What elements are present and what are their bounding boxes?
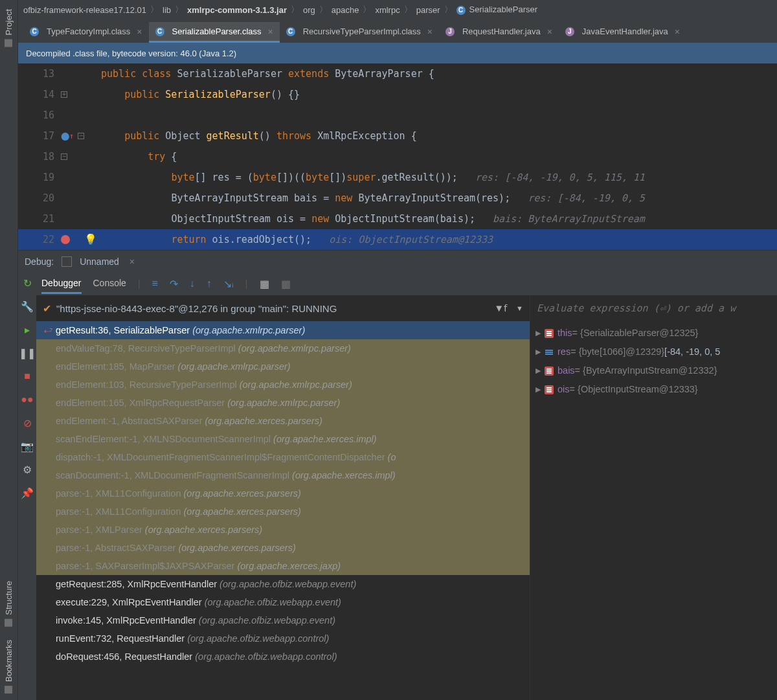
stack-frame[interactable]: endElement:103, RecursiveTypeParserImpl … — [36, 376, 530, 394]
fold-icon[interactable]: + — [61, 91, 67, 98]
settings-icon[interactable]: ⚙ — [21, 464, 33, 475]
override-icon[interactable]: ⬤ — [61, 126, 69, 146]
trace-icon[interactable]: ▦ — [281, 278, 291, 290]
mute-breakpoints-icon[interactable]: ⊘ — [21, 417, 33, 429]
close-icon[interactable]: × — [427, 27, 433, 37]
check-icon: ✔ — [43, 302, 51, 315]
show-exec-point-icon[interactable]: ≡ — [152, 278, 158, 289]
editor-tab[interactable]: JJavaEventHandler.java× — [559, 22, 686, 43]
stack-frame[interactable]: runEvent:732, RequestHandler (org.apache… — [36, 629, 530, 648]
console-tab[interactable]: Console — [93, 274, 126, 294]
resume-icon[interactable]: ▸ — [21, 324, 33, 335]
line-number: 21 — [18, 209, 58, 229]
step-over-icon[interactable]: ↷ — [170, 278, 178, 290]
breadcrumb-item[interactable]: lib — [163, 5, 171, 15]
project-tool-tab[interactable]: Project — [1, 3, 16, 53]
fold-icon[interactable]: − — [78, 133, 84, 139]
stack-frame[interactable]: parse:-1, SAXParserImpl$JAXPSAXParser (o… — [36, 557, 530, 575]
dropdown-icon[interactable]: ▼ — [516, 304, 523, 312]
breadcrumb-item[interactable]: xmlrpc-common-3.1.3.jar — [187, 5, 287, 15]
structure-tool-tab[interactable]: Structure — [1, 574, 16, 633]
close-icon[interactable]: × — [675, 27, 680, 37]
line-number: 18 — [18, 146, 58, 167]
stack-frame[interactable]: parse:-1, XML11Configuration (org.apache… — [36, 502, 530, 521]
breadcrumb-item[interactable]: org — [303, 5, 315, 15]
breadcrumb-item[interactable]: CSerializableParser — [456, 5, 538, 15]
step-into-icon[interactable]: ↓ — [190, 278, 195, 289]
stack-frame[interactable]: endElement:165, XmlRpcRequestParser (org… — [36, 394, 530, 412]
stack-frame[interactable]: ⮐getResult:36, SerializableParser (org.a… — [36, 321, 530, 339]
breakpoint-icon[interactable] — [61, 235, 70, 244]
editor-tab[interactable]: CTypeFactoryImpl.class× — [23, 22, 149, 43]
line-number: 22 — [18, 229, 58, 250]
lightbulb-icon[interactable]: 💡 — [84, 229, 97, 250]
filter-icon[interactable]: ▼𝖿 — [494, 302, 507, 314]
variable-row[interactable]: ▶bais = {ByteArrayInputStream@12332} — [530, 361, 777, 380]
variable-row[interactable]: ▶this = {SerializableParser@12325} — [530, 324, 777, 343]
expand-icon[interactable]: ▶ — [535, 361, 541, 380]
editor-tab[interactable]: JRequestHandler.java× — [439, 22, 559, 43]
variable-row[interactable]: ▶res = {byte[1066]@12329} [-84, -19, 0, … — [530, 343, 777, 361]
debug-label: Debug: — [25, 256, 54, 267]
stack-frame[interactable]: parse:-1, AbstractSAXParser (org.apache.… — [36, 539, 530, 557]
view-breakpoints-icon[interactable]: ●● — [21, 394, 33, 405]
rerun-icon[interactable]: ↻ — [21, 277, 33, 289]
camera-icon[interactable]: 📷 — [21, 440, 33, 452]
stop-icon[interactable]: ■ — [21, 370, 33, 382]
thread-label[interactable]: "https-jsse-nio-8443-exec-8"@12,276 in g… — [56, 303, 337, 314]
line-number: 20 — [18, 188, 58, 209]
run-to-cursor-icon[interactable]: ↘ᵢ — [223, 278, 234, 290]
class-icon: C — [286, 27, 295, 36]
expand-icon[interactable]: ▶ — [535, 324, 541, 343]
class-icon: C — [155, 27, 164, 36]
pin-icon[interactable]: 📌 — [21, 487, 33, 499]
arrow-up-icon: ↑ — [69, 126, 74, 146]
stack-frame[interactable]: execute:229, XmlRpcEventHandler (org.apa… — [36, 593, 530, 611]
stack-frame[interactable]: dispatch:-1, XMLDocumentFragmentScannerI… — [36, 448, 530, 466]
code-editor[interactable]: 13public class SerializableParser extend… — [18, 63, 777, 250]
editor-tab[interactable]: CRecursiveTypeParserImpl.class× — [280, 22, 439, 43]
stack-frame[interactable]: doRequest:456, RequestHandler (org.apach… — [36, 648, 530, 666]
breadcrumb-item[interactable]: ofbiz-framework-release17.12.01 — [23, 5, 146, 15]
expand-icon[interactable]: ▶ — [535, 343, 541, 361]
stack-frame[interactable]: endElement:-1, AbstractSAXParser (org.ap… — [36, 412, 530, 430]
close-icon[interactable]: × — [268, 27, 273, 37]
stack-frame[interactable]: scanEndElement:-1, XMLNSDocumentScannerI… — [36, 430, 530, 448]
stack-frame[interactable]: parse:-1, XMLParser (org.apache.xerces.p… — [36, 521, 530, 539]
run-config-name[interactable]: Unnamed — [80, 256, 119, 267]
pause-icon[interactable]: ❚❚ — [21, 347, 33, 359]
breadcrumb: ofbiz-framework-release17.12.01〉lib〉xmlr… — [18, 0, 777, 19]
stack-frame[interactable]: parse:-1, XML11Configuration (org.apache… — [36, 484, 530, 502]
stack-frame[interactable]: getRequest:285, XmlRpcEventHandler (org.… — [36, 575, 530, 593]
stack-frame[interactable]: invoke:145, XmlRpcEventHandler (org.apac… — [36, 611, 530, 629]
expand-icon[interactable]: ▶ — [535, 380, 541, 399]
evaluate-input[interactable]: Evaluate expression (⏎) or add a w — [530, 295, 777, 321]
variable-row[interactable]: ▶ois = {ObjectInputStream@12333} — [530, 380, 777, 399]
debugger-tab[interactable]: Debugger — [41, 274, 82, 294]
variables-panel: Evaluate expression (⏎) or add a w ▶this… — [530, 295, 777, 700]
tab-label: SerializableParser.class — [172, 27, 262, 36]
wrench-icon[interactable]: 🔧 — [21, 300, 33, 312]
stack-frame[interactable]: scanDocument:-1, XMLDocumentFragmentScan… — [36, 466, 530, 484]
close-icon[interactable]: × — [130, 256, 135, 267]
breadcrumb-item[interactable]: xmlrpc — [375, 5, 400, 15]
breadcrumb-item[interactable]: parser — [416, 5, 440, 15]
debug-side-toolbar: ↻ 🔧 ▸ ❚❚ ■ ●● ⊘ 📷 ⚙ 📌 — [18, 272, 36, 700]
stack-frame[interactable]: endElement:185, MapParser (org.apache.xm… — [36, 357, 530, 376]
line-number: 14 — [18, 84, 58, 105]
java-icon: J — [445, 27, 455, 36]
line-number: 13 — [18, 63, 58, 84]
editor-tab[interactable]: CSerializableParser.class× — [149, 22, 280, 43]
step-out-icon[interactable]: ↑ — [207, 278, 212, 289]
fold-icon[interactable]: − — [61, 153, 67, 160]
variable-list[interactable]: ▶this = {SerializableParser@12325}▶res =… — [530, 321, 777, 700]
evaluate-icon[interactable]: ▦ — [260, 278, 269, 290]
stack-frame[interactable]: endValueTag:78, RecursiveTypeParserImpl … — [36, 339, 530, 357]
breadcrumb-item[interactable]: apache — [332, 5, 359, 15]
bookmarks-tool-tab[interactable]: Bookmarks — [1, 633, 16, 700]
close-icon[interactable]: × — [137, 27, 142, 37]
close-icon[interactable]: × — [547, 27, 552, 37]
drop-frame-icon[interactable]: ⮐ — [41, 321, 54, 339]
stack-frames[interactable]: ⮐getResult:36, SerializableParser (org.a… — [36, 321, 530, 700]
tab-label: RequestHandler.java — [462, 27, 541, 36]
